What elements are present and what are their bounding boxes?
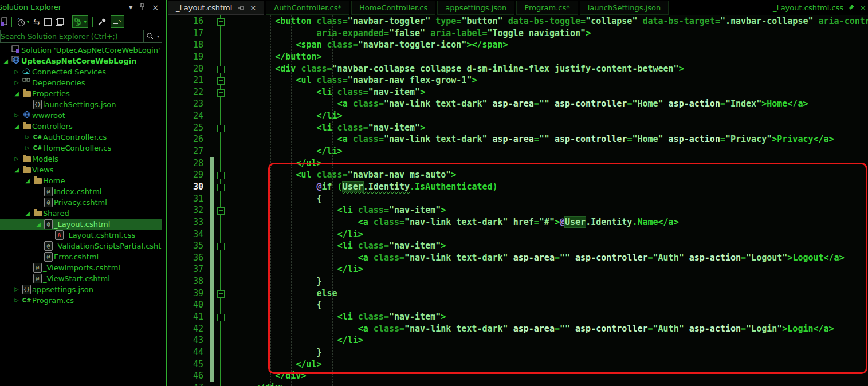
code-line-39[interactable]: 39 else <box>168 287 868 300</box>
dropdown-chevron-icon[interactable]: ▾ <box>84 19 87 25</box>
fold-collapse-icon[interactable] <box>217 207 225 215</box>
outlining-margin[interactable] <box>216 252 225 264</box>
code-line-21[interactable]: 21 <ul class="navbar-nav flex-grow-1"> <box>168 74 868 86</box>
tree-item-validationscriptspartial-cshtml[interactable]: @_ValidationScriptsPartial.cshtml <box>0 241 162 251</box>
collapse-all-icon[interactable]: − <box>44 16 52 27</box>
outlining-margin[interactable] <box>216 229 225 241</box>
code-line-37[interactable]: 37 </li> <box>168 263 868 275</box>
code-line-28[interactable]: 28 </ul> <box>168 157 868 170</box>
outlining-margin[interactable] <box>216 39 225 51</box>
expander-icon[interactable]: ◢ <box>23 211 32 216</box>
tab-launchsettings-json[interactable]: launchSettings.json <box>580 1 669 15</box>
tree-item-home[interactable]: ◢Home <box>0 175 162 186</box>
close-icon[interactable]: × <box>860 3 866 12</box>
tree-item-viewimports-cshtml[interactable]: @_ViewImports.cshtml <box>0 262 162 273</box>
tree-item-dependencies[interactable]: ▷Dependencies <box>0 77 162 88</box>
outlining-margin[interactable] <box>216 275 225 287</box>
code-line-29[interactable]: 29 <ul class="navbar-nav ms-auto"> <box>168 169 868 181</box>
line-number[interactable]: 40 <box>168 299 210 311</box>
code-text[interactable]: } <box>225 346 322 359</box>
expander-icon[interactable]: ◢ <box>23 178 32 184</box>
expander-icon[interactable]: ▷ <box>12 287 21 292</box>
sync-selection-icon[interactable]: ▾ <box>72 15 88 28</box>
outlining-margin[interactable] <box>216 122 225 134</box>
code-line-27[interactable]: 27 </li> <box>168 145 868 157</box>
code-line-33[interactable]: 33 <a class="nav-link text-dark" href="#… <box>168 216 868 229</box>
outlining-margin[interactable] <box>216 145 225 157</box>
line-number[interactable]: 37 <box>168 263 210 275</box>
outlining-margin[interactable] <box>216 98 225 110</box>
tree-item-controllers[interactable]: ◢Controllers <box>0 121 162 132</box>
code-text[interactable]: </ul> <box>225 359 322 371</box>
tree-item-shared[interactable]: ◢Shared <box>0 208 162 219</box>
outlining-margin[interactable] <box>216 133 225 145</box>
outlining-margin[interactable] <box>216 169 225 181</box>
tree-item-privacy-cshtml[interactable]: @Privacy.cshtml <box>0 197 162 208</box>
fold-collapse-icon[interactable] <box>217 172 225 179</box>
code-line-40[interactable]: 40 { <box>168 299 868 311</box>
line-number[interactable]: 39 <box>168 287 210 300</box>
expander-icon[interactable]: ▷ <box>12 298 21 303</box>
preview-selected-icon[interactable] <box>111 15 124 28</box>
line-number[interactable]: 46 <box>168 370 210 382</box>
expander-icon[interactable]: ▷ <box>12 156 21 162</box>
code-text[interactable]: </div> <box>225 370 306 382</box>
editor-border-line[interactable] <box>166 0 167 386</box>
expander-icon[interactable]: ▷ <box>12 113 21 118</box>
code-line-46[interactable]: 46 </div> <box>168 370 868 382</box>
code-text[interactable]: <li class="nav-item"> <box>225 204 446 216</box>
tab-layout-cshtml[interactable]: _Layout.cshtml× <box>168 1 264 15</box>
outlining-margin[interactable] <box>216 204 225 216</box>
code-line-19[interactable]: 19 </button> <box>168 51 868 63</box>
tree-item-appsettings-json[interactable]: ▷{}appsettings.json <box>0 284 162 295</box>
code-text[interactable]: </li> <box>225 334 363 346</box>
fold-collapse-icon[interactable] <box>217 290 225 298</box>
outlining-margin[interactable] <box>216 110 225 122</box>
line-number[interactable]: 26 <box>168 133 210 145</box>
outlining-margin[interactable] <box>216 27 225 40</box>
expander-icon[interactable]: ▷ <box>23 135 32 140</box>
close-icon[interactable]: × <box>152 3 159 11</box>
tree-item-uptecaspnetcoreweblogin[interactable]: ◢UptecAspNetCoreWebLogin <box>0 56 162 66</box>
close-icon[interactable]: × <box>250 3 256 12</box>
code-text[interactable]: </li> <box>225 229 363 241</box>
outlining-margin[interactable] <box>216 240 225 252</box>
code-line-36[interactable]: 36 <a class="nav-link text-dark" asp-are… <box>168 252 868 264</box>
tree-item-viewstart-cshtml[interactable]: @_ViewStart.cshtml <box>0 273 162 284</box>
tab-homecontroller-cs[interactable]: HomeController.cs <box>351 1 435 15</box>
line-number[interactable]: 30 <box>168 181 210 193</box>
outlining-margin[interactable] <box>216 263 225 275</box>
outlining-margin[interactable] <box>216 216 225 229</box>
tree-item-properties[interactable]: ◢Properties <box>0 88 162 99</box>
code-line-17[interactable]: 17 aria-expanded="false" aria-label="Tog… <box>168 27 868 40</box>
code-text[interactable]: <li class="nav-item"> <box>225 311 446 323</box>
tab-authcontroller-cs[interactable]: AuthController.cs* <box>266 1 349 15</box>
outlining-margin[interactable] <box>216 287 225 300</box>
outlining-margin[interactable] <box>216 334 225 346</box>
tree-item-models[interactable]: ▷Models <box>0 153 162 164</box>
expander-icon[interactable]: ◢ <box>12 167 21 173</box>
code-text[interactable]: <ul class="navbar-nav flex-grow-1"> <box>225 74 477 86</box>
tree-item-error-cshtml[interactable]: @Error.cshtml <box>0 251 162 262</box>
code-text[interactable]: </li> <box>225 110 343 122</box>
pin-icon[interactable] <box>848 3 855 12</box>
tab-program-cs[interactable]: Program.cs* <box>516 1 578 15</box>
fold-collapse-icon[interactable] <box>217 125 225 132</box>
line-number[interactable]: 35 <box>168 240 210 252</box>
tab-appsettings-json[interactable]: appsettings.json <box>437 1 514 15</box>
fold-collapse-icon[interactable] <box>217 314 225 321</box>
switch-views-icon[interactable]: ⇆ <box>33 16 40 27</box>
code-line-26[interactable]: 26 <a class="nav-link text-dark" asp-are… <box>168 133 868 145</box>
code-text[interactable]: <div class="navbar-collapse collapse d-s… <box>225 63 684 75</box>
line-number[interactable]: 42 <box>168 323 210 335</box>
line-number[interactable]: 34 <box>168 229 210 241</box>
fold-collapse-icon[interactable] <box>217 18 225 26</box>
tree-item-wwwroot[interactable]: ▷wwwroot <box>0 110 162 121</box>
code-text[interactable]: <a class="nav-link text-dark" href="#">@… <box>225 216 679 229</box>
code-line-45[interactable]: 45 </ul> <box>168 359 868 371</box>
line-number[interactable]: 38 <box>168 275 210 287</box>
code-text[interactable]: </li> <box>225 145 343 157</box>
expander-icon[interactable]: ◢ <box>12 91 21 97</box>
fold-collapse-icon[interactable] <box>217 243 225 250</box>
line-number[interactable]: 17 <box>168 27 210 40</box>
